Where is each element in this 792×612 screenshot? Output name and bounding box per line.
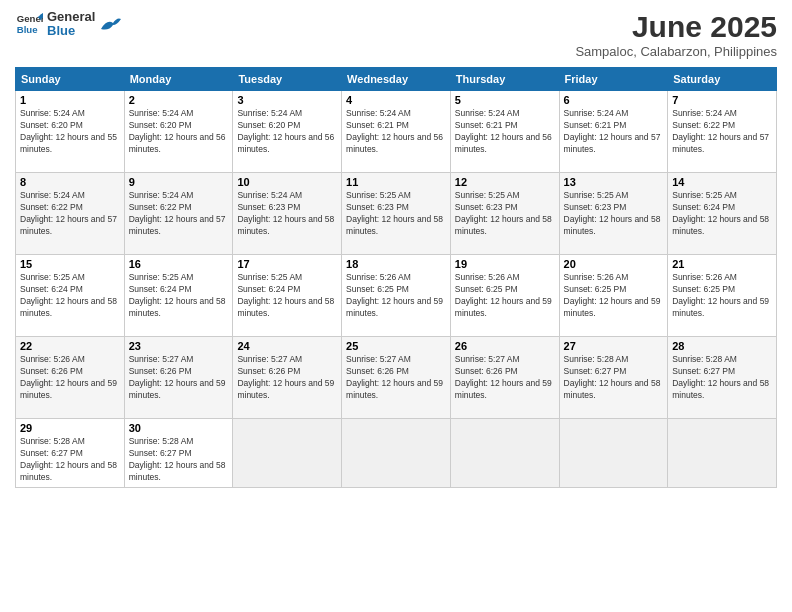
day-number: 10 (237, 176, 337, 188)
day-number: 26 (455, 340, 555, 352)
day-number: 3 (237, 94, 337, 106)
table-cell: 29 Sunrise: 5:28 AM Sunset: 6:27 PM Dayl… (16, 419, 125, 488)
table-cell: 27 Sunrise: 5:28 AM Sunset: 6:27 PM Dayl… (559, 337, 668, 419)
day-number: 4 (346, 94, 446, 106)
day-info: Sunrise: 5:24 AM Sunset: 6:20 PM Dayligh… (237, 108, 337, 156)
day-number: 29 (20, 422, 120, 434)
table-cell: 19 Sunrise: 5:26 AM Sunset: 6:25 PM Dayl… (450, 255, 559, 337)
col-tuesday: Tuesday (233, 68, 342, 91)
header: General Blue General Blue June 2025 Samp… (15, 10, 777, 59)
day-number: 5 (455, 94, 555, 106)
table-cell: 8 Sunrise: 5:24 AM Sunset: 6:22 PM Dayli… (16, 173, 125, 255)
day-info: Sunrise: 5:24 AM Sunset: 6:22 PM Dayligh… (672, 108, 772, 156)
table-cell (559, 419, 668, 488)
day-number: 19 (455, 258, 555, 270)
calendar-table: Sunday Monday Tuesday Wednesday Thursday… (15, 67, 777, 488)
day-number: 18 (346, 258, 446, 270)
col-saturday: Saturday (668, 68, 777, 91)
title-block: June 2025 Sampaloc, Calabarzon, Philippi… (575, 10, 777, 59)
table-cell: 18 Sunrise: 5:26 AM Sunset: 6:25 PM Dayl… (342, 255, 451, 337)
day-info: Sunrise: 5:25 AM Sunset: 6:24 PM Dayligh… (237, 272, 337, 320)
day-number: 24 (237, 340, 337, 352)
table-cell: 21 Sunrise: 5:26 AM Sunset: 6:25 PM Dayl… (668, 255, 777, 337)
table-cell: 26 Sunrise: 5:27 AM Sunset: 6:26 PM Dayl… (450, 337, 559, 419)
day-info: Sunrise: 5:25 AM Sunset: 6:24 PM Dayligh… (129, 272, 229, 320)
day-number: 16 (129, 258, 229, 270)
table-cell: 2 Sunrise: 5:24 AM Sunset: 6:20 PM Dayli… (124, 91, 233, 173)
day-info: Sunrise: 5:24 AM Sunset: 6:22 PM Dayligh… (129, 190, 229, 238)
day-number: 17 (237, 258, 337, 270)
table-cell: 10 Sunrise: 5:24 AM Sunset: 6:23 PM Dayl… (233, 173, 342, 255)
day-info: Sunrise: 5:25 AM Sunset: 6:24 PM Dayligh… (20, 272, 120, 320)
day-number: 11 (346, 176, 446, 188)
table-cell: 11 Sunrise: 5:25 AM Sunset: 6:23 PM Dayl… (342, 173, 451, 255)
day-info: Sunrise: 5:24 AM Sunset: 6:21 PM Dayligh… (346, 108, 446, 156)
day-info: Sunrise: 5:24 AM Sunset: 6:20 PM Dayligh… (129, 108, 229, 156)
table-cell: 23 Sunrise: 5:27 AM Sunset: 6:26 PM Dayl… (124, 337, 233, 419)
table-cell: 7 Sunrise: 5:24 AM Sunset: 6:22 PM Dayli… (668, 91, 777, 173)
day-info: Sunrise: 5:27 AM Sunset: 6:26 PM Dayligh… (237, 354, 337, 402)
table-cell: 28 Sunrise: 5:28 AM Sunset: 6:27 PM Dayl… (668, 337, 777, 419)
col-monday: Monday (124, 68, 233, 91)
day-number: 7 (672, 94, 772, 106)
day-info: Sunrise: 5:25 AM Sunset: 6:23 PM Dayligh… (455, 190, 555, 238)
day-info: Sunrise: 5:27 AM Sunset: 6:26 PM Dayligh… (129, 354, 229, 402)
day-info: Sunrise: 5:28 AM Sunset: 6:27 PM Dayligh… (564, 354, 664, 402)
logo-icon: General Blue (15, 10, 43, 38)
table-cell: 5 Sunrise: 5:24 AM Sunset: 6:21 PM Dayli… (450, 91, 559, 173)
day-info: Sunrise: 5:24 AM Sunset: 6:21 PM Dayligh… (564, 108, 664, 156)
month-title: June 2025 (575, 10, 777, 44)
day-number: 1 (20, 94, 120, 106)
day-number: 21 (672, 258, 772, 270)
table-cell: 14 Sunrise: 5:25 AM Sunset: 6:24 PM Dayl… (668, 173, 777, 255)
day-info: Sunrise: 5:24 AM Sunset: 6:20 PM Dayligh… (20, 108, 120, 156)
table-cell: 13 Sunrise: 5:25 AM Sunset: 6:23 PM Dayl… (559, 173, 668, 255)
table-cell: 30 Sunrise: 5:28 AM Sunset: 6:27 PM Dayl… (124, 419, 233, 488)
table-cell: 25 Sunrise: 5:27 AM Sunset: 6:26 PM Dayl… (342, 337, 451, 419)
table-cell: 6 Sunrise: 5:24 AM Sunset: 6:21 PM Dayli… (559, 91, 668, 173)
col-wednesday: Wednesday (342, 68, 451, 91)
day-number: 23 (129, 340, 229, 352)
col-thursday: Thursday (450, 68, 559, 91)
day-info: Sunrise: 5:24 AM Sunset: 6:21 PM Dayligh… (455, 108, 555, 156)
day-info: Sunrise: 5:26 AM Sunset: 6:25 PM Dayligh… (455, 272, 555, 320)
day-number: 27 (564, 340, 664, 352)
day-info: Sunrise: 5:26 AM Sunset: 6:26 PM Dayligh… (20, 354, 120, 402)
table-cell: 20 Sunrise: 5:26 AM Sunset: 6:25 PM Dayl… (559, 255, 668, 337)
day-info: Sunrise: 5:27 AM Sunset: 6:26 PM Dayligh… (455, 354, 555, 402)
header-row: Sunday Monday Tuesday Wednesday Thursday… (16, 68, 777, 91)
day-number: 2 (129, 94, 229, 106)
day-info: Sunrise: 5:28 AM Sunset: 6:27 PM Dayligh… (20, 436, 120, 484)
day-info: Sunrise: 5:24 AM Sunset: 6:22 PM Dayligh… (20, 190, 120, 238)
day-info: Sunrise: 5:27 AM Sunset: 6:26 PM Dayligh… (346, 354, 446, 402)
day-number: 14 (672, 176, 772, 188)
location: Sampaloc, Calabarzon, Philippines (575, 44, 777, 59)
day-number: 9 (129, 176, 229, 188)
table-cell (342, 419, 451, 488)
day-number: 13 (564, 176, 664, 188)
table-cell: 1 Sunrise: 5:24 AM Sunset: 6:20 PM Dayli… (16, 91, 125, 173)
logo: General Blue General Blue (15, 10, 121, 39)
table-cell: 9 Sunrise: 5:24 AM Sunset: 6:22 PM Dayli… (124, 173, 233, 255)
day-number: 8 (20, 176, 120, 188)
col-sunday: Sunday (16, 68, 125, 91)
day-number: 28 (672, 340, 772, 352)
day-info: Sunrise: 5:24 AM Sunset: 6:23 PM Dayligh… (237, 190, 337, 238)
logo-bird-icon (99, 15, 121, 33)
day-number: 12 (455, 176, 555, 188)
table-cell: 15 Sunrise: 5:25 AM Sunset: 6:24 PM Dayl… (16, 255, 125, 337)
day-info: Sunrise: 5:25 AM Sunset: 6:24 PM Dayligh… (672, 190, 772, 238)
table-cell (668, 419, 777, 488)
day-info: Sunrise: 5:26 AM Sunset: 6:25 PM Dayligh… (346, 272, 446, 320)
table-cell: 12 Sunrise: 5:25 AM Sunset: 6:23 PM Dayl… (450, 173, 559, 255)
day-info: Sunrise: 5:25 AM Sunset: 6:23 PM Dayligh… (564, 190, 664, 238)
day-number: 6 (564, 94, 664, 106)
table-cell: 17 Sunrise: 5:25 AM Sunset: 6:24 PM Dayl… (233, 255, 342, 337)
day-info: Sunrise: 5:28 AM Sunset: 6:27 PM Dayligh… (672, 354, 772, 402)
day-number: 15 (20, 258, 120, 270)
day-info: Sunrise: 5:28 AM Sunset: 6:27 PM Dayligh… (129, 436, 229, 484)
svg-text:General: General (17, 14, 43, 25)
col-friday: Friday (559, 68, 668, 91)
table-cell: 22 Sunrise: 5:26 AM Sunset: 6:26 PM Dayl… (16, 337, 125, 419)
table-cell: 24 Sunrise: 5:27 AM Sunset: 6:26 PM Dayl… (233, 337, 342, 419)
